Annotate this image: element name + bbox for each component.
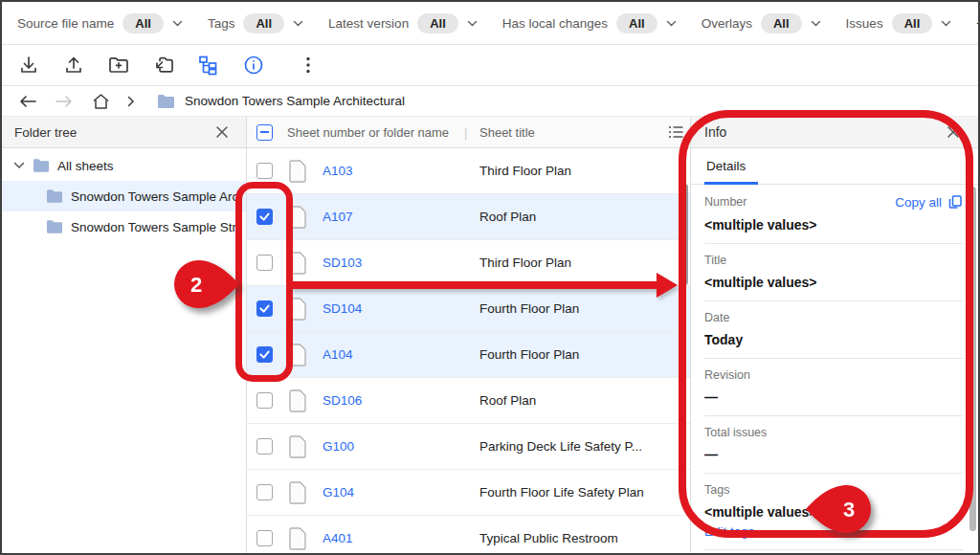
- download-button[interactable]: [6, 48, 51, 82]
- tree-item-all-sheets[interactable]: All sheets: [2, 150, 246, 181]
- tab-details[interactable]: Details: [704, 151, 758, 185]
- filter-control[interactable]: Source file name All: [17, 13, 183, 33]
- folder-tree-close-button[interactable]: [211, 121, 234, 144]
- sheet-number-link[interactable]: A103: [323, 164, 353, 178]
- row-checkbox[interactable]: [256, 438, 273, 455]
- filter-label: Issues: [846, 16, 883, 31]
- sheet-title: Fourth Floor Plan: [479, 301, 579, 316]
- folder-icon: [33, 158, 50, 173]
- folder-shortcut-button[interactable]: [141, 48, 186, 82]
- filter-value-pill[interactable]: All: [122, 13, 164, 33]
- info-toggle-button[interactable]: [231, 48, 276, 82]
- filter-control[interactable]: Issues All: [846, 13, 952, 33]
- filter-control[interactable]: Tags All: [208, 13, 303, 33]
- sheet-number-link[interactable]: SD103: [323, 255, 362, 270]
- row-checkbox[interactable]: [256, 346, 273, 363]
- tree-item-label: All sheets: [57, 159, 114, 173]
- filter-label: Has local changes: [502, 16, 608, 31]
- breadcrumb-current-folder[interactable]: Snowdon Towers Sample Architectural: [185, 94, 405, 108]
- table-row[interactable]: A401 Typical Public Restroom: [247, 516, 690, 553]
- row-checkbox[interactable]: [256, 163, 273, 179]
- folder-icon: [46, 189, 63, 204]
- folder-tree-toggle-button[interactable]: [186, 48, 231, 82]
- filter-value-pill[interactable]: All: [616, 13, 657, 33]
- close-icon: [215, 125, 229, 139]
- column-header-number[interactable]: Sheet number or folder name: [287, 125, 449, 140]
- filter-control[interactable]: Latest version All: [328, 13, 478, 33]
- sheet-number-link[interactable]: G104: [323, 485, 354, 500]
- field-total-issues: Total issues —: [704, 416, 963, 474]
- info-scrollbar-thumb[interactable]: [969, 187, 976, 531]
- filter-control[interactable]: Has local changes All: [502, 13, 677, 33]
- folder-tree: All sheets Snowdon Towers Sample Arc Sno…: [2, 148, 246, 242]
- sheet-number-link[interactable]: A401: [323, 531, 353, 545]
- row-checkbox[interactable]: [256, 255, 273, 271]
- filter-bar: Source file name All Tags All Latest ver…: [2, 2, 978, 45]
- forward-button[interactable]: [50, 89, 78, 114]
- row-checkbox[interactable]: [256, 392, 273, 409]
- filter-value-pill[interactable]: All: [761, 13, 802, 33]
- tree-item-label: Snowdon Towers Sample Str: [71, 220, 236, 234]
- filter-value-pill[interactable]: All: [417, 13, 458, 33]
- field-label: Number: [704, 195, 746, 209]
- sheet-document-icon: [288, 160, 307, 183]
- table-row[interactable]: A104 Fourth Floor Plan: [247, 332, 690, 378]
- sheet-number-link[interactable]: SD104: [323, 301, 362, 316]
- filter-value-pill[interactable]: All: [243, 13, 284, 33]
- back-arrow-icon: [18, 94, 37, 109]
- row-checkbox[interactable]: [256, 530, 273, 546]
- column-header-title[interactable]: Sheet title: [479, 125, 535, 140]
- chevron-down-icon: [941, 20, 951, 27]
- copy-all-button[interactable]: Copy all: [895, 194, 963, 210]
- table-row[interactable]: SD103 Third Floor Plan: [247, 240, 690, 286]
- field-value: <multiple values>: [704, 275, 963, 290]
- select-all-checkbox[interactable]: [256, 124, 273, 141]
- sheet-number-link[interactable]: A104: [323, 347, 353, 362]
- field-value: —: [704, 447, 963, 462]
- info-close-button[interactable]: [942, 121, 965, 144]
- table-row[interactable]: G104 Fourth Floor Life Safety Plan: [247, 470, 690, 516]
- table-row[interactable]: SD104 Fourth Floor Plan: [247, 286, 690, 332]
- row-checkbox[interactable]: [256, 209, 273, 225]
- sheet-title: Third Floor Plan: [479, 164, 571, 178]
- table-row[interactable]: SD106 Roof Plan: [247, 378, 690, 424]
- table-row[interactable]: G100 Parking Deck Life Safety P...: [247, 424, 690, 470]
- list-settings-icon: [667, 123, 684, 141]
- list-settings-button[interactable]: [667, 123, 684, 144]
- folder-tree-title: Folder tree: [14, 125, 77, 140]
- table-row[interactable]: A103 Third Floor Plan: [247, 148, 690, 194]
- field-label: Revision: [704, 368, 963, 382]
- field-value: —: [704, 389, 963, 405]
- row-checkbox[interactable]: [256, 300, 273, 317]
- upload-button[interactable]: [51, 48, 96, 82]
- home-icon: [92, 93, 110, 110]
- back-button[interactable]: [13, 89, 42, 114]
- row-checkbox[interactable]: [256, 484, 273, 500]
- folder-tree-toggle-icon: [197, 54, 220, 77]
- chevron-down-icon: [172, 20, 183, 27]
- table-row[interactable]: A107 Roof Plan: [247, 194, 690, 240]
- filter-value-pill[interactable]: All: [892, 13, 933, 33]
- add-filter-button[interactable]: + Add filter: [976, 16, 980, 31]
- field-value: Today: [704, 332, 963, 347]
- new-folder-button[interactable]: [96, 48, 141, 82]
- more-menu-icon: [297, 54, 320, 77]
- info-panel-header: Info: [691, 117, 978, 148]
- filter-label: Tags: [208, 16, 235, 31]
- field-title: Title <multiple values>: [704, 244, 963, 301]
- upload-icon: [62, 54, 85, 77]
- sheet-number-link[interactable]: SD106: [323, 393, 362, 408]
- more-menu-button[interactable]: [289, 48, 327, 82]
- tree-item-structural[interactable]: Snowdon Towers Sample Str: [2, 211, 246, 242]
- table-scrollbar-thumb[interactable]: [681, 184, 688, 285]
- main-content: Folder tree All sheets Snowdon Towers Sa…: [2, 117, 978, 553]
- folder-icon: [157, 94, 175, 109]
- sheet-number-link[interactable]: A107: [323, 210, 353, 224]
- sheet-number-link[interactable]: G100: [323, 439, 354, 454]
- filter-control[interactable]: Overlays All: [702, 13, 821, 33]
- edit-tags-link[interactable]: Edit tags: [704, 524, 963, 539]
- info-panel: Info Details Number Copy all: [691, 117, 978, 553]
- info-panel-title: Info: [704, 124, 726, 140]
- tree-item-architectural[interactable]: Snowdon Towers Sample Arc: [2, 181, 246, 211]
- home-button[interactable]: [86, 89, 115, 114]
